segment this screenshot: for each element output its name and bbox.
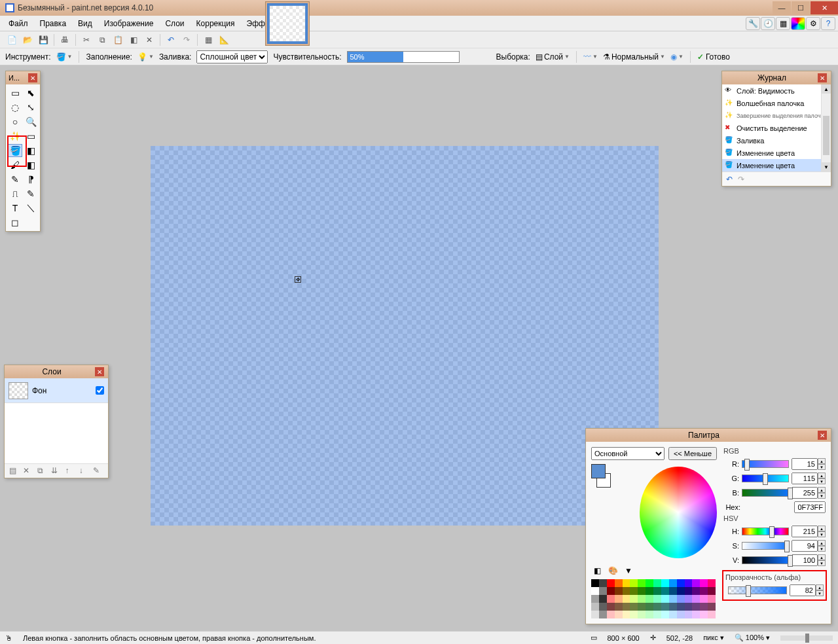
swatch[interactable] [653, 579, 661, 587]
layer-row[interactable]: Фон [5, 378, 108, 403]
menu-layers[interactable]: Слои [159, 17, 190, 30]
alpha-input[interactable] [790, 584, 816, 596]
swatch[interactable] [708, 611, 716, 618]
pencil-tool[interactable]: ✎ [8, 173, 22, 186]
r-input[interactable] [792, 458, 818, 470]
pan-tool[interactable]: ▭ [24, 130, 38, 143]
swatch[interactable] [669, 603, 677, 611]
paste-icon[interactable]: 📋 [111, 33, 124, 46]
spin-up-icon[interactable]: ▲ [818, 554, 826, 560]
maximize-button[interactable]: ☐ [792, 1, 810, 14]
swatch[interactable] [638, 587, 646, 595]
history-scrollbar[interactable]: ▲ ▼ [821, 84, 831, 171]
swatch[interactable] [669, 611, 677, 618]
swatch[interactable] [700, 595, 708, 603]
swatch[interactable] [677, 579, 685, 587]
v-slider[interactable] [742, 556, 789, 564]
layers-window-close[interactable]: ✕ [95, 367, 104, 376]
spin-up-icon[interactable]: ▲ [818, 458, 826, 464]
brush-tool[interactable]: 🖌 [8, 158, 22, 171]
swatch[interactable] [615, 595, 623, 603]
palette-menu-icon[interactable]: 🎨 [607, 565, 619, 577]
history-item[interactable]: ✨Волшебная палочка [722, 97, 831, 109]
r-slider[interactable] [742, 460, 789, 468]
swatch[interactable] [638, 595, 646, 603]
delete-layer-icon[interactable]: ✕ [23, 466, 33, 476]
swatch[interactable] [623, 595, 630, 603]
cut-icon[interactable]: ✂ [80, 33, 93, 46]
palette-dropdown-icon[interactable]: ▼ [623, 565, 634, 577]
swatch[interactable] [708, 579, 716, 587]
swatch[interactable] [615, 611, 623, 618]
blend-dropdown[interactable]: ⚗ Нормальный ▼ [603, 52, 665, 62]
spin-down-icon[interactable]: ▼ [818, 546, 826, 552]
s-slider[interactable] [742, 542, 789, 550]
scroll-thumb[interactable] [823, 116, 829, 155]
add-swatch-icon[interactable]: ◧ [591, 565, 603, 577]
swatch[interactable] [607, 595, 615, 603]
layer-down-icon[interactable]: ↓ [79, 466, 90, 476]
alpha-slider[interactable] [728, 586, 787, 594]
open-icon[interactable]: 📂 [21, 33, 34, 46]
swatch[interactable] [685, 595, 693, 603]
spin-down-icon[interactable]: ▼ [818, 531, 826, 537]
sampling-dropdown[interactable]: ▤ Слой ▼ [536, 52, 570, 62]
duplicate-layer-icon[interactable]: ⧉ [37, 466, 48, 476]
zoom-tool[interactable]: 🔍 [24, 115, 38, 128]
swatch[interactable] [692, 579, 700, 587]
swatch-grid[interactable] [591, 579, 716, 618]
move-tool[interactable]: ⤡ [24, 101, 38, 114]
text-tool[interactable]: T [8, 202, 22, 215]
spin-down-icon[interactable]: ▼ [818, 560, 826, 566]
layer-props-icon[interactable]: ✎ [93, 466, 103, 476]
print-icon[interactable]: 🖶 [58, 33, 71, 46]
s-input[interactable] [792, 540, 818, 552]
swatch[interactable] [685, 603, 693, 611]
swatch[interactable] [599, 611, 607, 618]
swatch[interactable] [653, 603, 661, 611]
swatch[interactable] [677, 595, 685, 603]
swatch[interactable] [646, 587, 653, 595]
swatch[interactable] [692, 611, 700, 618]
spin-up-icon[interactable]: ▲ [816, 584, 824, 590]
history-item[interactable]: ✖Очистить выделение [722, 122, 831, 134]
swatch[interactable] [692, 603, 700, 611]
undo-icon[interactable]: ↶ [164, 33, 177, 46]
swatch[interactable] [685, 611, 693, 618]
v-input[interactable] [792, 554, 818, 566]
swatch[interactable] [669, 587, 677, 595]
swatch[interactable] [623, 587, 630, 595]
gradient-tool[interactable]: ◧ [24, 144, 38, 157]
palette-window-close[interactable]: ✕ [818, 431, 827, 440]
swatch[interactable] [630, 587, 638, 595]
grid-icon[interactable]: ▦ [202, 33, 215, 46]
swatch[interactable] [607, 611, 615, 618]
swatch[interactable] [677, 611, 685, 618]
fill-dropdown[interactable]: 💡▼ [137, 52, 154, 62]
swatch[interactable] [708, 603, 716, 611]
colorwin-toggle-icon[interactable] [791, 17, 805, 30]
color-wheel[interactable] [640, 467, 717, 558]
palette-window-header[interactable]: Палитра ✕ [586, 429, 831, 442]
zoom-dropdown[interactable]: 🔍 100% ▾ [735, 634, 770, 642]
swatch[interactable] [638, 579, 646, 587]
menu-view[interactable]: Вид [72, 17, 98, 30]
spin-up-icon[interactable]: ▲ [818, 473, 826, 478]
swatch[interactable] [692, 587, 700, 595]
spin-down-icon[interactable]: ▼ [818, 478, 826, 484]
swatch[interactable] [700, 587, 708, 595]
b-slider[interactable] [742, 489, 789, 497]
swatch[interactable] [638, 603, 646, 611]
deselect-icon[interactable]: ✕ [143, 33, 156, 46]
swatch[interactable] [591, 595, 599, 603]
menu-edit[interactable]: Правка [34, 17, 73, 30]
color-source-select[interactable]: Основной [591, 447, 665, 460]
menu-image[interactable]: Изображение [98, 17, 160, 30]
toolswin-toggle-icon[interactable]: 🔧 [746, 17, 760, 30]
swatch[interactable] [700, 603, 708, 611]
layers-window-header[interactable]: Слои ✕ [5, 365, 108, 378]
shapes2-tool[interactable] [24, 216, 38, 229]
swatch[interactable] [653, 595, 661, 603]
swatch[interactable] [630, 579, 638, 587]
swatch[interactable] [615, 603, 623, 611]
